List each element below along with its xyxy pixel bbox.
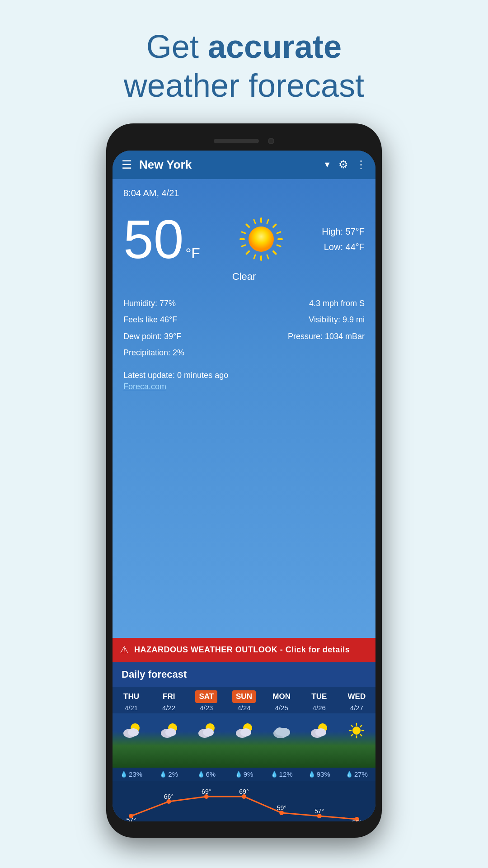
precip-mon: 💧12%: [263, 770, 300, 778]
forecast-precip-row: 💧23% 💧2% 💧6% 💧9% 💧12% 💧93% 💧27%: [113, 768, 375, 781]
visibility-detail: Visibility: 9.9 mi: [244, 312, 365, 327]
more-options-icon[interactable]: ⋮: [356, 158, 366, 171]
temp-value: 50: [123, 209, 183, 269]
forecast-day-sat[interactable]: SAT 4/23: [188, 690, 225, 712]
svg-line-42: [352, 725, 353, 726]
precip-sun: 💧9%: [225, 770, 263, 778]
day-name-sat: SAT: [195, 690, 217, 703]
svg-text:59°: 59°: [277, 804, 286, 811]
forecast-day-sun[interactable]: SUN 4/24: [225, 690, 263, 712]
app-topbar: ☰ New York ▼ ⚙ ⋮: [113, 151, 375, 179]
forecast-day-thu[interactable]: THU 4/21: [113, 690, 150, 712]
alert-banner[interactable]: ⚠ HAZARDOUS WEATHER OUTLOOK - Click for …: [113, 638, 375, 662]
forecast-icon-mon: [263, 717, 300, 744]
day-date-sat: 4/23: [200, 704, 213, 712]
camera: [268, 138, 274, 144]
forecast-icons: [113, 713, 375, 748]
forecast-icon-tue: [300, 717, 338, 744]
day-date-mon: 4/25: [275, 704, 288, 712]
feels-like-detail: Feels like 46°F: [123, 312, 244, 327]
precip-wed: 💧27%: [338, 770, 375, 778]
dew-point-detail: Dew point: 39°F: [123, 329, 244, 344]
gear-icon[interactable]: ⚙: [338, 158, 348, 171]
svg-point-25: [203, 728, 214, 736]
headline-line2: weather forecast: [124, 67, 364, 104]
forecast-icon-wed: [338, 717, 375, 744]
forecast-day-tue[interactable]: TUE 4/26: [300, 690, 338, 712]
phone-top-bar: [113, 132, 375, 151]
hamburger-icon[interactable]: ☰: [122, 158, 132, 172]
low-temp: Low: 44°F: [322, 239, 365, 255]
svg-line-5: [246, 251, 249, 254]
svg-text:55°: 55°: [352, 819, 361, 821]
svg-line-40: [352, 734, 353, 736]
precip-thu: 💧23%: [113, 770, 150, 778]
svg-text:69°: 69°: [239, 788, 249, 795]
foreca-link[interactable]: Foreca.com: [123, 382, 365, 392]
precip-sat: 💧6%: [188, 770, 225, 778]
pressure-detail: Pressure: 1034 mBar: [244, 329, 365, 344]
weather-main: 8:04 AM, 4/21 50°F: [113, 179, 375, 638]
temp-unit: °F: [185, 245, 200, 261]
svg-line-1: [273, 224, 276, 227]
forecast-day-mon[interactable]: MON 4/25: [263, 690, 300, 712]
svg-line-36: [361, 725, 362, 726]
update-section: Latest update: 0 minutes ago Foreca.com: [123, 371, 365, 392]
high-temp: High: 57°F: [322, 224, 365, 239]
precipitation-detail: Precipitation: 2%: [123, 345, 244, 360]
temp-section: 50°F: [123, 212, 365, 266]
wind-detail: 4.3 mph from S: [244, 296, 365, 311]
high-low: High: 57°F Low: 44°F: [322, 224, 365, 255]
svg-point-22: [165, 728, 176, 736]
svg-point-28: [240, 728, 251, 736]
day-date-wed: 4/27: [350, 704, 363, 712]
forecast-header: Daily forecast: [113, 662, 375, 687]
svg-line-3: [273, 251, 276, 254]
svg-text:66°: 66°: [164, 793, 174, 800]
datetime-text: 8:04 AM, 4/21: [123, 188, 365, 198]
headline-bold: accurate: [208, 28, 342, 65]
forecast-icon-thu: [113, 717, 150, 744]
day-name-tue: TUE: [308, 690, 330, 703]
svg-line-9: [277, 232, 281, 233]
day-name-mon: MON: [269, 690, 294, 703]
sun-icon-wrapper: [200, 214, 322, 264]
humidity-detail: Humidity: 77%: [123, 296, 244, 311]
alert-warning-icon: ⚠: [120, 644, 129, 656]
svg-text:57°: 57°: [314, 807, 324, 815]
headline: Get accurate weather forecast: [124, 27, 364, 105]
latest-update-text: Latest update: 0 minutes ago: [123, 371, 365, 380]
sun-weather-icon: [236, 214, 286, 264]
forecast-days-row: THU 4/21 FRI 4/22 SAT 4/23 SUN 4/24 MON: [113, 687, 375, 713]
forecast-section: Daily forecast THU 4/21 FRI 4/22 SAT 4/2…: [113, 662, 375, 821]
svg-line-7: [246, 224, 249, 227]
forecast-day-wed[interactable]: WED 4/27: [338, 690, 375, 712]
phone-screen: ☰ New York ▼ ⚙ ⋮ 8:04 AM, 4/21 50°F: [113, 151, 375, 821]
condition-text: Clear: [123, 271, 365, 283]
day-name-sun: SUN: [232, 690, 256, 703]
svg-line-13: [242, 245, 245, 246]
forecast-icon-sun: [225, 717, 263, 744]
precip-tue: 💧93%: [300, 770, 338, 778]
phone-shell: ☰ New York ▼ ⚙ ⋮ 8:04 AM, 4/21 50°F: [106, 123, 382, 838]
svg-text:57°: 57°: [127, 816, 136, 821]
day-name-fri: FRI: [159, 690, 178, 703]
forecast-icon-fri: [150, 717, 188, 744]
temperature-display: 50°F: [123, 212, 200, 266]
svg-line-38: [361, 734, 362, 736]
svg-line-14: [242, 232, 245, 233]
svg-line-8: [267, 220, 268, 223]
svg-line-15: [254, 220, 255, 223]
alert-text: HAZARDOUS WEATHER OUTLOOK - Click for de…: [134, 645, 350, 655]
forecast-icons-row: [113, 713, 375, 768]
city-name[interactable]: New York: [139, 158, 316, 172]
forecast-day-fri[interactable]: FRI 4/22: [150, 690, 188, 712]
day-name-thu: THU: [120, 690, 143, 703]
svg-line-10: [277, 245, 281, 246]
svg-text:69°: 69°: [202, 788, 211, 795]
precip-fri: 💧2%: [150, 770, 188, 778]
svg-point-34: [315, 728, 326, 736]
headline-normal: Get: [146, 28, 208, 65]
dropdown-arrow-icon[interactable]: ▼: [323, 160, 331, 170]
temp-chart: 57° 66° 69° 69° 59° 57° 55°: [113, 781, 375, 821]
